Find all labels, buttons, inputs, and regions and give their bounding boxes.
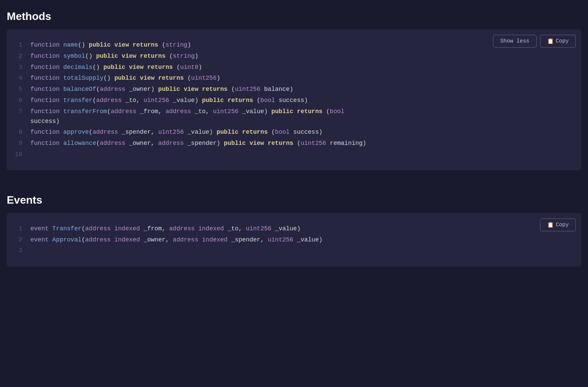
events-copy-label: Copy — [556, 222, 569, 228]
line-number: 9 — [14, 138, 30, 148]
code-line: 3 — [7, 245, 581, 256]
code-line: 6 function transfer(address _to, uint256… — [7, 95, 581, 106]
line-number: 4 — [14, 73, 30, 83]
line-code: function approve(address _spender, uint2… — [30, 127, 322, 137]
line-code: function name() public view returns (str… — [30, 40, 191, 50]
methods-section-title: Methods — [7, 10, 581, 23]
code-line: 4 function totalSupply() public view ret… — [7, 73, 581, 84]
section-spacer — [7, 184, 581, 194]
code-line: 9 function allowance(address _owner, add… — [7, 138, 581, 149]
events-copy-button[interactable]: 📋 Copy — [540, 218, 576, 231]
events-section-title: Events — [7, 194, 581, 206]
events-code-actions: 📋 Copy — [540, 218, 576, 231]
line-code: function decimals() public view returns … — [30, 62, 202, 72]
events-code-content: 1 event Transfer(address indexed _from, … — [7, 220, 581, 260]
clipboard-icon: 📋 — [547, 38, 554, 45]
line-number: 1 — [14, 224, 30, 234]
line-number: 3 — [14, 246, 30, 256]
code-line: 2 event Approval(address indexed _owner,… — [7, 234, 581, 246]
line-number: 3 — [14, 62, 30, 72]
line-number: 2 — [14, 235, 30, 245]
code-line: 7 function transferFrom(address _from, a… — [7, 106, 581, 127]
show-less-button[interactable]: Show less — [493, 35, 536, 48]
methods-code-actions: Show less 📋 Copy — [493, 35, 576, 48]
code-line: 5 function balanceOf(address _owner) pub… — [7, 84, 581, 95]
line-number: 1 — [14, 40, 30, 50]
line-code: function symbol() public view returns (s… — [30, 51, 198, 61]
line-code: function totalSupply() public view retur… — [30, 73, 220, 83]
line-code: function allowance(address _owner, addre… — [30, 138, 366, 148]
methods-code-block: Show less 📋 Copy 1 function name() publi… — [7, 29, 581, 170]
line-number: 8 — [14, 127, 30, 137]
code-line: 2 function symbol() public view returns … — [7, 51, 581, 62]
methods-code-content: 1 function name() public view returns (s… — [7, 36, 581, 163]
line-number: 7 — [14, 107, 30, 117]
code-line: 10 — [7, 149, 581, 160]
methods-copy-button[interactable]: 📋 Copy — [540, 35, 576, 48]
line-code: function transfer(address _to, uint256 _… — [30, 96, 308, 105]
line-number: 2 — [14, 51, 30, 61]
line-code: event Approval(address indexed _owner, a… — [30, 235, 322, 245]
code-line: 3 function decimals() public view return… — [7, 62, 581, 73]
line-number: 5 — [14, 84, 30, 94]
events-code-block: 📋 Copy 1 event Transfer(address indexed … — [7, 213, 581, 266]
methods-copy-label: Copy — [556, 38, 569, 44]
line-code: function balanceOf(address _owner) publi… — [30, 84, 293, 94]
clipboard-icon: 📋 — [547, 222, 554, 228]
line-code: function transferFrom(address _from, add… — [30, 107, 344, 126]
line-code: event Transfer(address indexed _from, ad… — [30, 224, 300, 234]
line-number: 10 — [14, 150, 30, 159]
line-number: 6 — [14, 96, 30, 105]
code-line: 1 event Transfer(address indexed _from, … — [7, 223, 581, 234]
code-line: 8 function approve(address _spender, uin… — [7, 127, 581, 138]
